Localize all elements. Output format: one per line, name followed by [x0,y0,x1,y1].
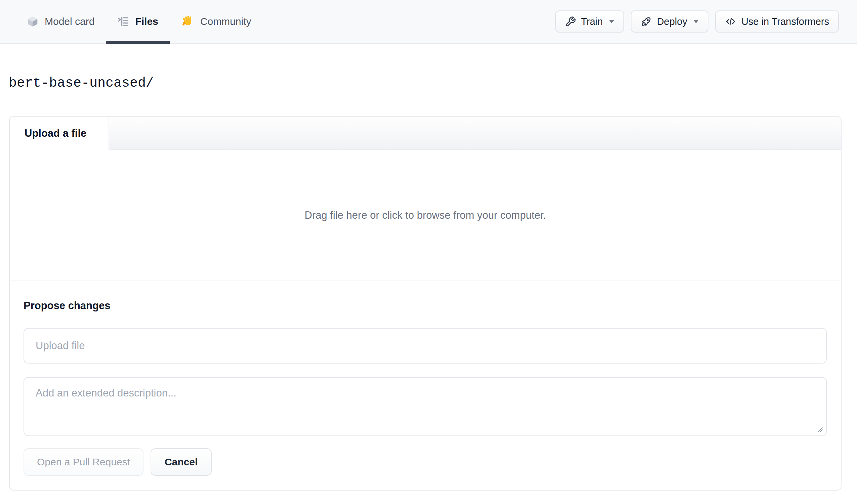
tab-files[interactable]: Files [106,0,169,43]
wrench-icon [565,16,576,27]
repo-tabs: Model card Files [15,0,263,43]
propose-changes-heading: Propose changes [23,300,827,312]
code-icon [725,16,736,27]
tab-upload-a-file[interactable]: Upload a file [10,117,109,150]
deploy-button[interactable]: Deploy [631,11,708,33]
use-in-transformers-label: Use in Transformers [741,16,829,27]
tabbar-filler [109,117,841,150]
repo-path[interactable]: bert-base-uncased/ [9,75,154,91]
file-dropzone[interactable]: Drag file here or click to browse from y… [10,150,841,281]
files-icon [117,15,129,28]
extended-description-textarea[interactable] [23,377,827,436]
chevron-down-icon [693,20,699,23]
repo-action-buttons: Train Deploy Use in Tr [555,0,839,43]
deploy-button-label: Deploy [657,16,687,27]
dropzone-text: Drag file here or click to browse from y… [304,209,546,221]
open-pull-request-button[interactable]: Open a Pull Request [23,448,144,476]
tab-upload-a-file-label: Upload a file [24,127,86,139]
wave-icon [181,15,195,28]
train-button-label: Train [581,16,603,27]
breadcrumb[interactable]: bert-base-uncased/ [9,74,857,92]
rocket-icon [641,16,652,27]
tab-community[interactable]: Community [170,0,263,43]
tab-files-label: Files [135,16,158,27]
use-in-transformers-button[interactable]: Use in Transformers [715,11,839,33]
chevron-down-icon [609,20,614,23]
upload-file-card: Upload a file Drag file here or click to… [9,116,842,490]
description-field-wrap [23,377,827,436]
tab-model-card[interactable]: Model card [15,0,106,43]
cube-icon [26,15,39,28]
propose-actions-row: Open a Pull Request Cancel [23,448,827,476]
upload-card-tabbar: Upload a file [10,117,841,150]
tab-model-card-label: Model card [45,16,95,27]
repo-tab-bar: Model card Files [0,0,857,44]
train-button[interactable]: Train [555,11,624,33]
tab-community-label: Community [200,16,251,27]
resize-handle-icon[interactable] [816,426,824,433]
upload-file-input[interactable] [23,328,827,364]
propose-changes-section: Propose changes Open a Pull Request Canc… [10,281,841,490]
cancel-button[interactable]: Cancel [151,448,212,476]
